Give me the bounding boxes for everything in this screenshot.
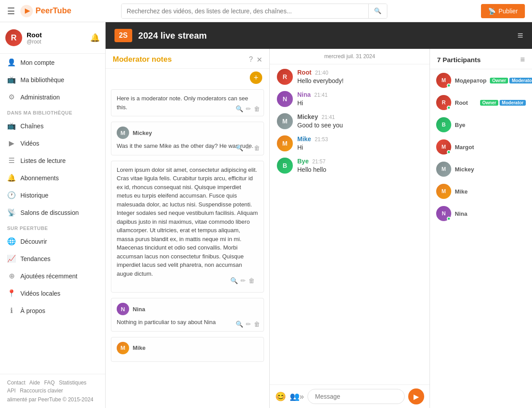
note-item-actions: 🔍 ✏ 🗑: [113, 277, 255, 284]
participant-name: Nina: [455, 210, 526, 217]
stream-menu-button[interactable]: ≡: [517, 30, 523, 41]
chat-message-time: 21:57: [312, 158, 326, 165]
footer-link-faq[interactable]: FAQ: [44, 380, 55, 386]
note-search-icon[interactable]: 🔍: [230, 277, 238, 284]
chat-author-name: Root: [297, 69, 311, 76]
note-item: Here is a moderator note. Only moderator…: [111, 89, 264, 116]
chat-message-input[interactable]: [307, 389, 405, 404]
owner-badge: Owner: [480, 100, 498, 106]
sidebar-item-chaines[interactable]: 📺 Chaînes: [0, 117, 105, 135]
footer-link-api[interactable]: API: [7, 388, 16, 394]
sidebar-item-salons[interactable]: 📡 Salons de discussion: [0, 204, 105, 221]
sidebar-label-administration: Administration: [20, 94, 60, 101]
sidebar-item-decouvrir[interactable]: 🌐 Découvrir: [0, 233, 105, 250]
publish-icon: 📡: [488, 8, 496, 15]
note-item: M Mickey Was it the same Mike as the oth…: [111, 122, 264, 155]
note-edit-icon[interactable]: ✏: [246, 105, 251, 112]
chat-author-name: Bye: [297, 158, 309, 165]
stream-header: 2S 2024 live stream ≡: [106, 22, 532, 49]
footer-link-stats[interactable]: Statistiques: [59, 380, 87, 386]
emoji-button[interactable]: 😊: [275, 391, 286, 402]
footer-link-aide[interactable]: Aide: [29, 380, 40, 386]
mod-notes-close-icon[interactable]: ✕: [256, 55, 262, 64]
chat-message-text: Good to see you: [297, 122, 343, 129]
footer-copyright: alimenté par PeerTube © 2015-2024: [7, 396, 98, 403]
sidebar-label-ajoutees: Ajoutées récemment: [20, 273, 77, 280]
stream-body: Moderator notes ? ✕ + Here is a moderato…: [106, 49, 532, 408]
chat-message-text: Hello hello: [297, 166, 326, 173]
sidebar-label-historique: Historique: [20, 192, 48, 199]
note-delete-icon[interactable]: 🗑: [254, 144, 260, 151]
notification-bell-icon[interactable]: 🔔: [90, 33, 100, 43]
sidebar-item-tendances[interactable]: 📈 Tendances: [0, 250, 105, 267]
search-input[interactable]: [122, 4, 368, 18]
avatar-letter: R: [11, 33, 17, 43]
mod-notes-actions: ? ✕: [249, 55, 262, 64]
publish-button[interactable]: 📡 Publier: [481, 4, 525, 18]
note-edit-icon[interactable]: ✏: [246, 144, 251, 151]
location-icon: 📍: [7, 289, 16, 297]
note-delete-icon[interactable]: 🗑: [254, 321, 260, 328]
online-status-dot: [447, 106, 451, 110]
mod-notes-help-icon[interactable]: ?: [249, 55, 253, 63]
sidebar-item-ma-bibliotheque[interactable]: 📺 Ma bibliothèque: [0, 71, 105, 88]
list-icon: ☰: [7, 156, 16, 165]
note-edit-icon[interactable]: ✏: [246, 321, 251, 328]
participant-item: M Mickey: [430, 158, 532, 180]
note-delete-icon[interactable]: 🗑: [248, 277, 255, 284]
sidebar-label-ma-bibliotheque: Ma bibliothèque: [20, 76, 64, 83]
online-status-dot: [447, 150, 451, 154]
add-reaction-button[interactable]: 👥»: [290, 392, 304, 401]
search-bar: 🔍: [121, 4, 387, 19]
note-author-name: Mickey: [133, 130, 152, 136]
sidebar-item-mon-compte[interactable]: 👤 Mon compte: [0, 54, 105, 71]
chat-messages: R Root 21:40 Hello everybody!: [270, 64, 430, 384]
sidebar-item-ajoutees[interactable]: ⊕ Ajoutées récemment: [0, 267, 105, 285]
sidebar-item-abonnements[interactable]: 🔔 Abonnements: [0, 169, 105, 186]
sidebar-item-videos[interactable]: ▶ Vidéos: [0, 135, 105, 152]
sidebar-item-apropos[interactable]: ℹ À propos: [0, 302, 105, 319]
sidebar-label-tendances: Tendances: [20, 255, 51, 262]
globe-icon: 🌐: [7, 237, 16, 246]
hamburger-menu-button[interactable]: ☰: [7, 6, 15, 16]
note-search-icon[interactable]: 🔍: [236, 105, 243, 112]
chat-message-text: Hi: [297, 144, 328, 151]
participant-item: M Margot: [430, 136, 532, 158]
participant-item: R Root Owner Moderator: [430, 91, 532, 114]
sidebar-item-listes-lecture[interactable]: ☰ Listes de lecture: [0, 152, 105, 169]
note-author-avatar: N: [117, 303, 129, 315]
note-edit-icon[interactable]: ✏: [240, 277, 246, 284]
tv-icon: 📺: [7, 122, 16, 130]
peertube-section-label: SUR PEERTUBE: [0, 221, 105, 233]
footer-link-shortcuts[interactable]: Raccourcis clavier: [20, 388, 63, 394]
participant-name: Модератор: [455, 77, 486, 84]
sidebar-label-decouvrir: Découvrir: [20, 238, 47, 245]
sidebar-item-videos-locales[interactable]: 📍 Vidéos locales: [0, 285, 105, 302]
participant-item: М Модератор Owner Moderator: [430, 69, 532, 91]
sidebar-item-historique[interactable]: 🕐 Historique: [0, 186, 105, 204]
participants-menu-icon[interactable]: ≡: [520, 55, 525, 64]
note-delete-icon[interactable]: 🗑: [254, 105, 260, 112]
add-note-button[interactable]: +: [250, 71, 262, 84]
sidebar-handle: @root: [27, 39, 42, 45]
sidebar-user-section: R Root @root 🔔: [0, 22, 105, 54]
chat-message-text: Hi: [297, 99, 327, 107]
participant-avatar: M: [436, 162, 451, 177]
note-author-row: N Nina: [117, 303, 258, 315]
send-message-button[interactable]: ▶: [408, 388, 424, 404]
sidebar-item-administration[interactable]: ⚙ Administration: [0, 88, 105, 106]
chat-avatar: R: [277, 69, 293, 85]
avatar: R: [5, 29, 22, 46]
search-button[interactable]: 🔍: [368, 4, 387, 18]
note-search-icon[interactable]: 🔍: [236, 321, 243, 328]
participant-item: M Mike: [430, 180, 532, 202]
note-search-icon[interactable]: 🔍: [236, 144, 243, 151]
library-icon: 📺: [7, 75, 16, 84]
mod-notes-title: Moderator notes: [113, 55, 249, 64]
note-author-name: Mike: [133, 345, 146, 351]
trending-icon: 📈: [7, 254, 16, 263]
add-circle-icon: ⊕: [7, 272, 16, 280]
footer-link-contact[interactable]: Contact: [7, 380, 25, 386]
library-section-label: DANS MA BIBLIOTHÈQUE: [0, 106, 105, 117]
site-logo: PeerTube: [20, 5, 71, 17]
